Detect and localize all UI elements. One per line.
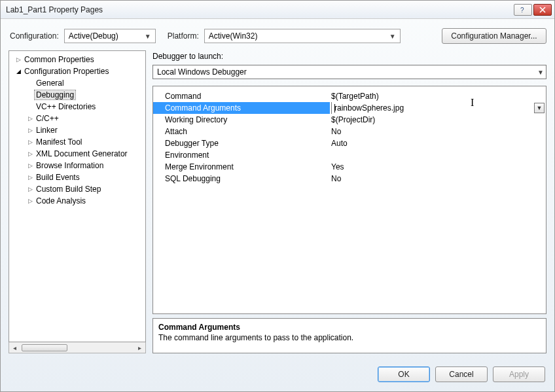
tree-node-linker[interactable]: ▷ Linker — [10, 124, 144, 136]
grid-row-command[interactable]: Command $(TargetPath) — [153, 90, 546, 102]
apply-button[interactable]: Apply — [493, 366, 545, 382]
expander-icon[interactable]: ◢ — [14, 68, 22, 75]
prop-value: rainbowSpheres.jpg — [334, 103, 404, 113]
scroll-right-icon[interactable]: ▸ — [134, 344, 145, 351]
prop-value: No — [331, 174, 341, 183]
tree-label: Code Analysis — [34, 196, 88, 205]
close-icon — [539, 7, 546, 13]
scroll-thumb[interactable] — [22, 344, 67, 351]
description-panel: Command Arguments The command line argum… — [152, 318, 546, 353]
expander-icon[interactable]: ▷ — [26, 186, 34, 192]
configuration-value: Active(Debug) — [69, 31, 118, 41]
tree-node-build-events[interactable]: ▷ Build Events — [10, 171, 144, 183]
prop-value: Yes — [331, 162, 344, 171]
tree-node-configuration-properties[interactable]: ◢ Configuration Properties — [10, 65, 144, 77]
grid-row-debugger-type[interactable]: Debugger Type Auto — [153, 137, 546, 149]
svg-text:?: ? — [520, 7, 524, 13]
tree-label: Debugging — [34, 90, 76, 100]
debugger-launch-combo[interactable]: Local Windows Debugger ▼ — [152, 65, 546, 79]
close-button[interactable] — [533, 4, 552, 16]
dialog-window: Lab1_Part1 Property Pages ? Configuratio… — [0, 0, 555, 392]
prop-name: Environment — [153, 151, 330, 160]
tree-horizontal-scrollbar[interactable]: ◂ ▸ — [9, 342, 146, 353]
prop-value: $(TargetPath) — [331, 92, 379, 101]
tree-label: Browse Information — [34, 161, 105, 170]
tree-node-general[interactable]: General — [10, 77, 144, 89]
grid-row-attach[interactable]: Attach No — [153, 126, 546, 137]
property-grid[interactable]: Command $(TargetPath) Command Arguments … — [153, 86, 546, 313]
ok-button[interactable]: OK — [378, 366, 430, 382]
grid-row-command-arguments[interactable]: Command Arguments rainbowSpheres.jpg ▼ — [153, 102, 546, 114]
tree-label: Linker — [34, 126, 60, 135]
grid-row-merge-environment[interactable]: Merge Environment Yes — [153, 161, 546, 173]
prop-name: Debugger Type — [153, 139, 330, 148]
expander-icon[interactable]: ▷ — [26, 127, 34, 134]
grid-row-sql-debugging[interactable]: SQL Debugging No — [153, 173, 546, 185]
expander-icon[interactable]: ▷ — [26, 139, 34, 145]
chevron-down-icon: ▼ — [537, 69, 544, 76]
tree-label: Manifest Tool — [34, 137, 84, 147]
window-buttons: ? — [514, 4, 552, 16]
chevron-down-icon: ▼ — [387, 33, 398, 40]
tree-label: General — [34, 79, 66, 88]
tree-label: Common Properties — [22, 55, 96, 64]
tree-node-debugging[interactable]: Debugging — [10, 89, 144, 101]
tree-node-custom-build-step[interactable]: ▷ Custom Build Step — [10, 183, 144, 195]
tree-node-manifest-tool[interactable]: ▷ Manifest Tool — [10, 136, 144, 148]
command-arguments-input[interactable]: rainbowSpheres.jpg — [331, 102, 546, 114]
config-bar: Configuration: Active(Debug) ▼ Platform:… — [1, 19, 554, 50]
expander-icon[interactable]: ▷ — [26, 162, 34, 169]
debugger-launch-value: Local Windows Debugger — [157, 67, 247, 77]
right-panel: Debugger to launch: Local Windows Debugg… — [152, 50, 546, 353]
cancel-button[interactable]: Cancel — [435, 366, 488, 382]
tree-node-common-properties[interactable]: ▷ Common Properties — [10, 54, 144, 65]
help-button[interactable]: ? — [514, 4, 532, 16]
tree-label: Build Events — [34, 173, 82, 182]
tree-label: XML Document Generator — [34, 149, 130, 158]
prop-value: $(ProjectDir) — [331, 115, 375, 124]
tree-node-browse-information[interactable]: ▷ Browse Information — [10, 160, 144, 171]
chevron-down-icon: ▼ — [537, 105, 543, 111]
nav-tree[interactable]: ▷ Common Properties ◢ Configuration Prop… — [9, 50, 146, 342]
prop-name: Command — [153, 92, 330, 101]
property-grid-container: Command $(TargetPath) Command Arguments … — [152, 86, 546, 314]
expander-icon[interactable]: ▷ — [14, 56, 22, 63]
tree-label: VC++ Directories — [34, 102, 98, 111]
prop-name: Command Arguments — [153, 103, 330, 113]
grid-row-working-directory[interactable]: Working Directory $(ProjectDir) — [153, 114, 546, 126]
property-dropdown-button[interactable]: ▼ — [534, 103, 545, 113]
debugger-launch-label: Debugger to launch: — [152, 50, 546, 65]
expander-icon[interactable]: ▷ — [26, 115, 34, 122]
help-icon: ? — [520, 7, 526, 13]
grid-row-environment[interactable]: Environment — [153, 149, 546, 161]
tree-label: Configuration Properties — [22, 67, 111, 76]
tree-node-vcpp-directories[interactable]: VC++ Directories — [10, 101, 144, 113]
configuration-manager-button[interactable]: Configuration Manager... — [442, 28, 546, 44]
prop-value: No — [331, 127, 341, 136]
prop-name: Working Directory — [153, 115, 330, 124]
configuration-label: Configuration: — [10, 31, 59, 41]
tree-label: C/C++ — [34, 114, 61, 123]
tree-node-code-analysis[interactable]: ▷ Code Analysis — [10, 195, 144, 207]
expander-icon[interactable]: ▷ — [26, 151, 34, 157]
configuration-combo[interactable]: Active(Debug) ▼ — [64, 29, 156, 43]
expander-icon[interactable]: ▷ — [26, 174, 34, 181]
prop-value: Auto — [331, 139, 348, 148]
prop-name: Attach — [153, 127, 330, 136]
expander-icon[interactable]: ▷ — [26, 198, 34, 204]
tree-label: Custom Build Step — [34, 185, 103, 194]
prop-name: SQL Debugging — [153, 174, 330, 183]
prop-name: Merge Environment — [153, 162, 330, 171]
platform-value: Active(Win32) — [209, 31, 258, 41]
tree-node-xml-document-generator[interactable]: ▷ XML Document Generator — [10, 148, 144, 160]
description-text: The command line arguments to pass to th… — [158, 333, 541, 342]
nav-tree-container: ▷ Common Properties ◢ Configuration Prop… — [9, 50, 146, 353]
platform-combo[interactable]: Active(Win32) ▼ — [204, 29, 401, 43]
tree-node-ccpp[interactable]: ▷ C/C++ — [10, 113, 144, 124]
dialog-footer: OK Cancel Apply — [1, 360, 554, 391]
dialog-body: ▷ Common Properties ◢ Configuration Prop… — [1, 50, 554, 360]
description-title: Command Arguments — [158, 323, 541, 332]
scroll-left-icon[interactable]: ◂ — [9, 344, 20, 351]
platform-label: Platform: — [168, 31, 199, 41]
window-title: Lab1_Part1 Property Pages — [6, 5, 514, 14]
